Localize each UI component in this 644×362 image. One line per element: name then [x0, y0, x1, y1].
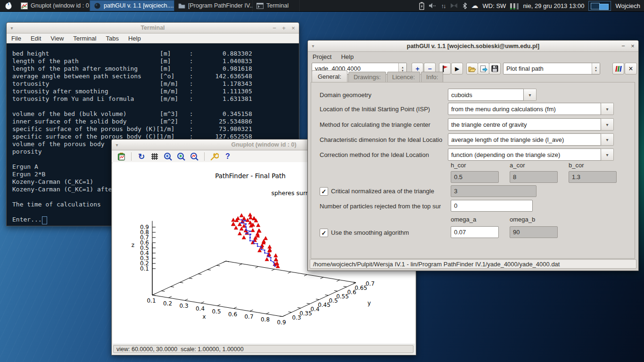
audio-levels-icon[interactable] — [510, 2, 519, 9]
menu-file[interactable]: File — [7, 35, 26, 42]
scatter-series — [231, 213, 280, 268]
plot-colors-button[interactable] — [612, 63, 624, 74]
omega-b-label: omega_b — [510, 216, 535, 223]
svg-text:0.9: 0.9 — [277, 319, 286, 326]
domain-geometry-combo[interactable]: cuboids ▾ — [448, 89, 537, 101]
tab-general[interactable]: General: — [312, 70, 347, 82]
workspace-pager[interactable] — [588, 1, 611, 11]
clock[interactable]: nie, 29 gru 2013 13:00 — [523, 2, 584, 9]
refresh-icon[interactable]: ↻ — [137, 152, 146, 161]
chevron-down-icon[interactable]: ▾ — [601, 133, 614, 146]
triangle-center-combo[interactable]: the triangle centre of gravity ▾ — [448, 118, 614, 131]
chevron-down-icon[interactable]: ▾ — [601, 103, 614, 115]
spin-up-icon: ▴ — [402, 66, 404, 69]
chevron-down-icon[interactable]: ▾ — [524, 89, 537, 101]
a-cor-input[interactable]: 8 — [510, 171, 558, 183]
export-button[interactable] — [478, 63, 489, 74]
check-icon: ✓ — [322, 188, 327, 195]
critical-area-input[interactable]: 3 — [451, 185, 537, 197]
close-button[interactable]: × — [630, 43, 636, 49]
grid-icon[interactable] — [150, 152, 159, 161]
save-button[interactable] — [489, 63, 501, 74]
view-scale-readout: view: 60.0000, 30.0000 scale: 1.00000, 1… — [116, 346, 244, 353]
action-select[interactable]: Plot final path ▴ ▾ — [503, 63, 600, 74]
characteristic-dimension-combo[interactable]: average length of the triangle side (l_a… — [448, 133, 614, 146]
menu-terminal[interactable]: Terminal — [68, 35, 101, 42]
svg-text:z: z — [132, 242, 134, 248]
network-traffic-icon[interactable]: ↑↓ — [441, 2, 446, 9]
toolbar-separator — [204, 152, 205, 161]
omega-a-input[interactable]: 0.07 — [451, 226, 499, 238]
save-icon — [491, 65, 498, 72]
svg-text:0.4: 0.4 — [196, 305, 205, 312]
svg-text:0.1: 0.1 — [147, 297, 156, 304]
taskbar-item-pathgui[interactable]: pathGUI v. 1.1 [wojciech.... — [90, 0, 174, 11]
field-label: Characteristic dimension for the Ideal L… — [320, 136, 442, 143]
battery-icon[interactable] — [419, 2, 424, 10]
smoothing-checkbox[interactable]: ✓ — [320, 229, 328, 237]
window-menu-icon[interactable]: ▾ — [7, 25, 17, 31]
taskbar-item-gnuplot[interactable]: Gnuplot (window id : 0) — [17, 0, 90, 11]
taskbar-item-pathfinder[interactable]: [Program PathFinder IV.... — [174, 0, 253, 11]
weather-icon[interactable]: ☁ — [471, 1, 479, 10]
zoom-previous-icon[interactable] — [163, 152, 173, 161]
critical-area-checkbox[interactable]: ✓ — [320, 187, 328, 196]
omega-b-input[interactable]: 90 — [510, 226, 558, 238]
menu-edit[interactable]: Edit — [26, 35, 46, 42]
gnuplot-icon — [21, 2, 28, 9]
settings-icon[interactable] — [210, 152, 219, 161]
volume-muted-icon[interactable] — [429, 2, 437, 9]
zoom-next-icon[interactable] — [176, 152, 186, 161]
svg-text:spheres surr: spheres surr — [271, 189, 308, 197]
window-menu-icon[interactable]: ▾ — [112, 142, 122, 148]
h-cor-input[interactable]: 0.5 — [451, 171, 499, 183]
b-cor-input[interactable]: 1.3 — [569, 171, 617, 183]
help-icon[interactable]: ? — [223, 152, 232, 161]
close-button[interactable]: × — [290, 25, 296, 31]
terminal-titlebar[interactable]: ▾ Terminal − + × — [7, 23, 299, 33]
open-button[interactable] — [466, 63, 478, 74]
taskbar-item-terminal[interactable]: Terminal — [253, 0, 300, 11]
menu-tabs[interactable]: Tabs — [101, 35, 123, 42]
toolbar-separator — [131, 152, 132, 161]
desktop: Gnuplot (window id : 0) pathGUI v. 1.1 [… — [0, 0, 644, 362]
pathgui-menubar: Project Help — [308, 52, 638, 62]
tab-licence[interactable]: Licence: — [387, 72, 420, 82]
tab-info[interactable]: Info: — [421, 72, 443, 82]
tab-drawings[interactable]: Drawings: — [348, 72, 386, 82]
minimize-button[interactable]: − — [272, 25, 277, 31]
svg-text:x: x — [202, 313, 206, 320]
spinner[interactable]: ▴ ▾ — [592, 63, 600, 74]
export-icon — [480, 65, 487, 73]
clear-plot-button[interactable]: × — [625, 63, 637, 74]
user-name[interactable]: Wojciech — [615, 2, 640, 9]
pathgui-titlebar[interactable]: ▾ pathGUI v. 1.1 [wojciech.sobieski@uwm.… — [308, 41, 638, 52]
window-menu-icon[interactable]: ▾ — [308, 43, 318, 49]
spin-up-icon: ▴ — [595, 66, 597, 69]
correction-method-combo[interactable]: function (depending on the triangle size… — [448, 148, 614, 161]
autoscale-icon[interactable] — [190, 152, 199, 161]
smoothing-label: Use the smoothing algorithm — [331, 229, 409, 236]
chevron-down-icon[interactable]: ▾ — [601, 118, 614, 131]
folder-icon — [178, 2, 185, 9]
svg-text:0.9: 0.9 — [140, 224, 149, 230]
menu-help[interactable]: Help — [336, 53, 358, 60]
run-button[interactable]: ▶ — [451, 63, 463, 74]
applications-menu-button[interactable] — [0, 0, 17, 11]
chevron-down-icon[interactable]: ▾ — [601, 148, 614, 161]
bluetooth-icon[interactable] — [462, 2, 467, 9]
svg-text:0.3: 0.3 — [179, 303, 188, 309]
rejected-particles-input[interactable]: 0 — [451, 200, 533, 212]
offline-status-icon[interactable] — [450, 2, 458, 9]
minimize-button[interactable]: − — [620, 43, 626, 49]
weather-label[interactable]: WD: SW — [483, 2, 506, 9]
maximize-button[interactable]: + — [281, 25, 287, 31]
svg-text:0.8: 0.8 — [261, 316, 270, 323]
terminal-cursor — [42, 216, 47, 224]
copy-icon[interactable] — [116, 152, 126, 161]
isp-location-combo[interactable]: from the menu during calculations (fm) ▾ — [448, 103, 614, 115]
menu-view[interactable]: View — [46, 35, 68, 42]
menu-project[interactable]: Project — [308, 53, 336, 60]
workspace-window-active — [599, 4, 609, 10]
menu-help[interactable]: Help — [124, 35, 146, 42]
